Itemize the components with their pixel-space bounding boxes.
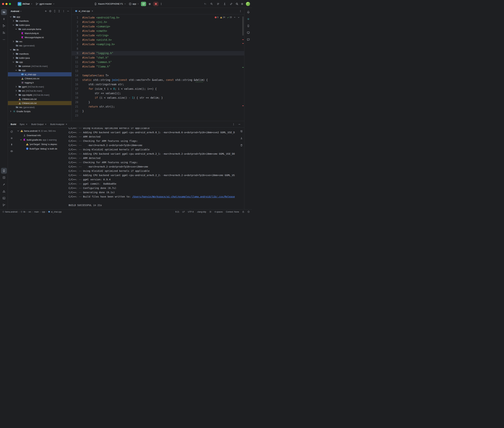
minimize-window-button[interactable] [6,3,8,5]
more-run-actions-button[interactable] [159,2,163,6]
tool-button-share-link[interactable] [229,2,233,6]
tree-item-cpp[interactable]: cpp [8,68,71,72]
line-ending-widget[interactable]: LF [182,211,185,213]
tree-item-res[interactable]: res(generated) [8,43,71,48]
tree-item-cmakelists-txt[interactable]: CMakeLists.txt [8,97,71,101]
tree-item-cpp[interactable]: cpp [8,60,71,64]
clang-tidy-widget[interactable]: .clang-tidy [197,211,206,213]
tree-item-ai-chat-cpp[interactable]: C++ai_chat.cpp [8,72,71,76]
project-tree[interactable]: appmanifestskotlin+javacom.example.llama… [8,14,71,121]
tree-item-mainactivity-kt[interactable]: MainActivity.kt [8,31,71,35]
chevron-right-icon[interactable] [15,93,17,96]
chevron-down-icon[interactable] [9,48,12,51]
tree-item-lib[interactable]: lib [8,48,71,52]
tool-button-terminal[interactable] [1,195,7,201]
warning-count[interactable]: 24 [220,15,225,19]
inspections-widget[interactable]: 3 24 15 [214,15,240,19]
tool-button-pull-requests[interactable] [1,30,7,36]
project-view-selector[interactable]: Android [11,10,19,13]
tree-item-gradle-scripts[interactable]: GGradle Scripts [8,109,71,113]
more-options-button[interactable] [231,122,236,126]
error-count[interactable]: 3 [214,15,218,19]
tool-button-more-options[interactable] [61,9,66,13]
tree-item-common[interactable]: common[AiChat.lib.main] [8,64,71,68]
tool-button-locate-file[interactable] [48,9,52,13]
close-icon[interactable] [45,123,47,125]
close-icon[interactable] [91,10,94,12]
breadcrumb-item-cpp[interactable]: cpp [42,211,45,213]
settings-gear-icon[interactable] [241,3,244,5]
close-window-button[interactable] [2,3,4,5]
tool-button-clear-all[interactable] [240,144,243,148]
tool-button-soft-wrap[interactable] [240,130,243,134]
chevron-right-icon[interactable] [12,40,15,43]
vcs-branch-selector[interactable]: ggml-master [34,2,56,6]
zoom-window-button[interactable] [9,3,11,5]
hide-panel-button[interactable] [237,122,241,126]
rerun-app-button[interactable] [141,2,146,6]
indent-widget[interactable]: 4 spaces [214,211,223,213]
tool-button-show-details[interactable] [10,149,14,153]
chevron-down-icon[interactable] [15,69,17,72]
tool-button-collapse-all[interactable] [57,9,61,13]
breadcrumb-item-llama-android[interactable]: llama.android [2,211,17,213]
tool-button-rerun-build[interactable] [10,130,14,134]
tree-item-res[interactable]: res [8,39,71,43]
tool-button-build[interactable] [1,181,7,187]
tool-button-device-manager[interactable] [245,23,251,29]
build-console[interactable]: C/C++: -- Using KleidiAI optimized kerne… [67,128,244,209]
editor-content[interactable]: 3 24 15 [72,14,244,121]
chevron-down-icon[interactable] [9,16,12,18]
build-tab-build-output[interactable]: Build Output [31,123,47,125]
build-tab-sync[interactable]: Sync [20,123,28,125]
chevron-down-icon[interactable] [20,10,22,12]
tool-button-expand-all[interactable] [53,9,57,13]
build-tab-build[interactable]: Build [11,123,16,125]
editor-tab-ai-chat-cpp[interactable]: C++ ai_chat.cpp [73,8,95,14]
tool-button-app-inspection[interactable] [1,175,7,181]
chevron-right-icon[interactable] [15,65,17,67]
previous-problem-button[interactable] [234,16,236,18]
tool-button-notifications[interactable] [245,9,251,15]
build-tab-build-analyzer[interactable]: Build Analyzer [50,123,68,125]
device-selector[interactable]: Xiaomi POCOPHONE F1 [93,2,127,6]
tool-button-pin-tab[interactable] [10,143,14,147]
build-tree-item-jvmtarget-string-is-deprec[interactable]: 'jvmTarget': String' is deprec [16,142,67,147]
chevron-down-icon[interactable] [12,61,15,63]
build-tree-item-buildtype-debug-is-both-de[interactable]: BuildType 'debug' is both de [16,147,67,151]
tool-button-add[interactable] [44,9,48,13]
chevron-down-icon[interactable] [19,138,22,141]
breadcrumb-item-src[interactable]: src [28,211,31,213]
tool-button-project[interactable] [1,9,7,15]
user-avatar[interactable] [246,2,250,6]
passed-count[interactable]: 15 [227,15,232,19]
tree-item-manifests[interactable]: manifests [8,52,71,56]
close-icon[interactable] [65,123,68,125]
tree-item-ggml[interactable]: ggml[AiChat.lib.main] [8,85,71,89]
tree-item-cpp-httplib[interactable]: cpp-httplib[AiChat.lib.main] [8,93,71,97]
tool-button-hide-panel[interactable] [66,9,70,13]
tool-button-running-devices[interactable] [245,30,251,36]
tool-button-structure[interactable] [1,23,7,29]
tool-button-problems[interactable] [1,188,7,194]
tree-item-cmakelists-txt[interactable]: CMakeLists.txt [8,101,71,105]
build-tree[interactable]: llama.android: fi22 sec, 583 msDownload … [16,128,67,209]
encoding-widget[interactable]: UTF-8 [188,211,194,213]
indent-icon[interactable] [209,211,212,213]
stop-app-button[interactable] [153,2,158,6]
tree-item-logging-h[interactable]: Hlogging.h [8,81,71,85]
tree-item-cmakelists-txt[interactable]: CMakeLists.txt [8,76,71,81]
breadcrumb-item-ai-chat-cpp[interactable]: C++ai_chat.cpp [48,211,61,213]
chevron-right-icon[interactable] [12,19,15,22]
console-link[interactable]: /Users/hanyin/Workspace/ai-chat/examples… [132,195,235,198]
tool-button-more-tool-windows[interactable] [1,37,7,42]
search-icon[interactable] [236,3,238,5]
chevron-right-icon[interactable] [12,57,15,59]
tool-button-experiments[interactable] [222,2,227,6]
tool-button-commit[interactable] [1,16,7,22]
status-indicator-icon[interactable] [248,211,250,213]
tool-button-stop-build[interactable] [10,136,14,140]
debug-app-button[interactable] [147,2,152,6]
breadcrumb-item-main[interactable]: main [34,211,39,213]
tree-item-com-example-llama[interactable]: com.example.llama [8,27,71,31]
